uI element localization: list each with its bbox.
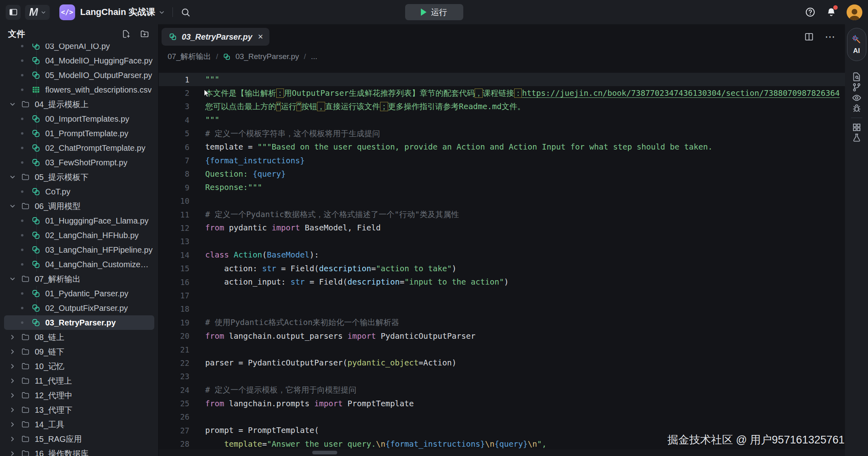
tree-folder-04_提示模板上[interactable]: 04_提示模板上 [4, 97, 154, 112]
tree-file-04_LangChain_CustomizeMod...[interactable]: 04_LangChain_CustomizeMod... [4, 257, 154, 272]
line-number: 9 [159, 183, 189, 192]
tree-file-00_ImportTemplates.py[interactable]: 00_ImportTemplates.py [4, 112, 154, 126]
tree-file-05_ModelIO_OutputParser.py[interactable]: 05_ModelIO_OutputParser.py [4, 68, 154, 82]
user-avatar[interactable] [847, 4, 862, 20]
project-title[interactable]: LangChain 实战课 [80, 6, 156, 18]
help-icon[interactable] [805, 6, 816, 18]
notifications-bell-icon[interactable] [826, 6, 837, 18]
breadcrumb-more[interactable]: ... [311, 52, 317, 61]
git-branch-icon[interactable] [851, 82, 862, 93]
code-line-3[interactable]: 3您可以点击最上方的“运行”按钮，直接运行该文件；更多操作指引请参考Readme… [159, 100, 845, 113]
new-folder-icon[interactable] [140, 29, 149, 39]
csv-file-icon [32, 85, 40, 94]
file-status-dot [21, 45, 23, 47]
code-line-25[interactable]: 25from langchain.prompts import PromptTe… [159, 397, 845, 410]
code-line-20[interactable]: 20from langchain.output_parsers import P… [159, 329, 845, 342]
eye-watch-icon[interactable] [851, 93, 862, 103]
file-search-icon[interactable] [851, 72, 862, 82]
chevron-right-icon[interactable] [9, 392, 16, 399]
code-line-6[interactable]: 6template = """Based on the user questio… [159, 140, 845, 154]
tree-folder-07_解析输出[interactable]: 07_解析输出 [4, 272, 154, 286]
code-line-22[interactable]: 22parser = PydanticOutputParser(pydantic… [159, 356, 845, 369]
code-line-13[interactable]: 13 [159, 235, 845, 248]
code-line-24[interactable]: 24# 定义一个提示模板，它将用于向模型提问 [159, 383, 845, 397]
chevron-down-icon[interactable] [9, 173, 16, 181]
sidebar-toggle-button[interactable] [6, 5, 21, 20]
tree-file-02_OutputFixParser.py[interactable]: 02_OutputFixParser.py [4, 301, 154, 315]
tree-folder-06_调用模型[interactable]: 06_调用模型 [4, 199, 154, 213]
tree-file-02_LangChain_HFHub.py[interactable]: 02_LangChain_HFHub.py [4, 228, 154, 243]
code-line-4[interactable]: 4""" [159, 113, 845, 127]
code-line-5[interactable]: 5# 定义一个模板字符串，这个模板将用于生成提问 [159, 127, 845, 140]
chevron-right-icon[interactable] [9, 377, 16, 384]
code-line-12[interactable]: 12from pydantic import BaseModel, Field [159, 221, 845, 234]
code-line-15[interactable]: 15 action: str = Field(description="acti… [159, 262, 845, 275]
chevron-down-icon[interactable] [9, 275, 16, 283]
tree-file-04_ModelIO_HuggingFace.py[interactable]: 04_ModelIO_HuggingFace.py [4, 53, 154, 68]
code-line-7[interactable]: 7{format_instructions} [159, 154, 845, 167]
chevron-right-icon[interactable] [9, 435, 16, 443]
tree-folder-08_链上[interactable]: 08_链上 [4, 330, 154, 344]
tree-folder-10_记忆[interactable]: 10_记忆 [4, 359, 154, 374]
debug-bug-icon[interactable] [851, 103, 862, 114]
chevron-right-icon[interactable] [9, 348, 16, 355]
code-line-23[interactable]: 23 [159, 370, 845, 383]
code-line-2[interactable]: 2本文件是【输出解析：用OutputParser生成鲜花推荐列表】章节的配套代码… [159, 86, 845, 99]
horizontal-scrollbar-thumb[interactable] [312, 451, 337, 454]
code-line-26[interactable]: 26 [159, 410, 845, 424]
tree-file-02_ChatPromptTemplate.py[interactable]: 02_ChatPromptTemplate.py [4, 141, 154, 155]
code-line-19[interactable]: 19# 使用Pydantic格式Action来初始化一个输出解析器 [159, 316, 845, 329]
code-line-9[interactable]: 9Response:""" [159, 181, 845, 194]
code-line-18[interactable]: 18 [159, 302, 845, 316]
folder-icon [21, 435, 30, 443]
code-line-16[interactable]: 16 action_input: str = Field(description… [159, 275, 845, 289]
code-line-10[interactable]: 10 [159, 194, 845, 208]
code-line-11[interactable]: 11# 定义一个Pydantic数据格式，这个格式描述了一个"行动"类及其属性 [159, 208, 845, 221]
code-editor[interactable]: 1"""2本文件是【输出解析：用OutputParser生成鲜花推荐列表】章节的… [159, 64, 845, 456]
chevron-right-icon[interactable] [9, 334, 16, 341]
chevron-right-icon[interactable] [9, 406, 16, 414]
split-editor-icon[interactable] [804, 32, 814, 42]
code-line-8[interactable]: 8Question: {query} [159, 167, 845, 181]
ide-logo-button[interactable]: M [25, 5, 50, 20]
code-line-1[interactable]: 1""" [159, 73, 845, 86]
tree-file-flowers_with_descriptions.csv[interactable]: flowers_with_descriptions.csv [4, 82, 154, 97]
tree-folder-05_提示模板下[interactable]: 05_提示模板下 [4, 170, 154, 184]
apps-grid-icon[interactable] [851, 122, 862, 133]
search-icon[interactable] [180, 7, 191, 18]
chevron-right-icon[interactable] [9, 450, 16, 456]
code-link[interactable]: https://juejin.cn/book/73877023474361303… [522, 89, 840, 98]
tree-folder-15_RAG应用[interactable]: 15_RAG应用 [4, 432, 154, 446]
ai-assistant-button[interactable]: AI [847, 28, 866, 61]
tree-folder-13_代理下[interactable]: 13_代理下 [4, 403, 154, 417]
tab-03-retryparser[interactable]: 03_RetryParser.py × [162, 28, 269, 46]
code-line-21[interactable]: 21 [159, 343, 845, 356]
tree-file-01_HugggingFace_Llama.py[interactable]: 01_HugggingFace_Llama.py [4, 213, 154, 228]
run-button[interactable]: 运行 [405, 4, 463, 20]
tree-file-03_LangChain_HFPipeline.py[interactable]: 03_LangChain_HFPipeline.py [4, 243, 154, 257]
tree-file-03_RetryParser.py[interactable]: 03_RetryParser.py [4, 315, 154, 330]
tree-file-01_PromptTemplate.py[interactable]: 01_PromptTemplate.py [4, 126, 154, 141]
chevron-down-icon[interactable] [9, 203, 16, 210]
breadcrumb-file[interactable]: 03_RetryParser.py [235, 52, 299, 61]
close-icon[interactable]: × [258, 32, 263, 41]
tree-file-03_OpenAI_IO.py[interactable]: 03_OpenAI_IO.py [4, 44, 154, 53]
tree-file-03_FewShotPrompt.py[interactable]: 03_FewShotPrompt.py [4, 155, 154, 170]
chevron-down-icon[interactable] [9, 101, 16, 108]
tree-folder-12_代理中[interactable]: 12_代理中 [4, 388, 154, 403]
file-status-dot [21, 307, 23, 309]
code-line-14[interactable]: 14class Action(BaseModel): [159, 248, 845, 262]
chevron-right-icon[interactable] [9, 421, 16, 428]
new-file-icon[interactable] [121, 29, 131, 39]
breadcrumb-folder[interactable]: 07_解析输出 [168, 51, 211, 62]
tree-folder-16_操作数据库[interactable]: 16_操作数据库 [4, 446, 154, 456]
tree-folder-14_工具[interactable]: 14_工具 [4, 417, 154, 432]
tree-folder-11_代理上[interactable]: 11_代理上 [4, 374, 154, 388]
tree-file-01_Pydantic_Parser.py[interactable]: 01_Pydantic_Parser.py [4, 286, 154, 301]
lab-flask-icon[interactable] [851, 133, 862, 143]
code-line-17[interactable]: 17 [159, 289, 845, 302]
tree-file-CoT.py[interactable]: CoT.py [4, 184, 154, 199]
chevron-right-icon[interactable] [9, 363, 16, 370]
tree-folder-09_链下[interactable]: 09_链下 [4, 344, 154, 359]
chevron-down-icon[interactable] [158, 9, 165, 16]
